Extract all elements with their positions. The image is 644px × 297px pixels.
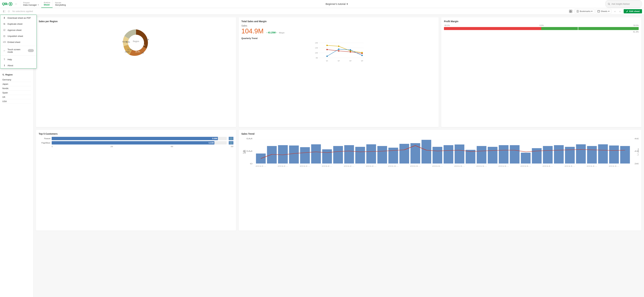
analyze-nav[interactable]: Analyze Sheet xyxy=(41,0,52,8)
svg-text:2012...: 2012... xyxy=(322,165,332,167)
pagewave-mini-chart xyxy=(229,141,234,144)
edit-sheet-button[interactable]: Edit sheet xyxy=(624,9,642,13)
svg-text:11.3%: 11.3% xyxy=(127,49,132,51)
svg-point-45 xyxy=(361,52,362,53)
sheets-button[interactable]: Sheets ▾ xyxy=(596,9,611,14)
svg-rect-5 xyxy=(4,10,6,12)
unpublish-icon: ⊡ xyxy=(3,35,6,37)
bookmark-icon xyxy=(576,10,579,13)
sheets-icon xyxy=(598,10,600,13)
region-uk[interactable]: UK xyxy=(2,95,31,99)
region-spain[interactable]: Spain xyxy=(2,91,31,95)
approve-sheet-label: Approve sheet xyxy=(8,29,22,31)
qlik-logo: Qlik xyxy=(2,2,8,6)
next-sheet-button[interactable]: › xyxy=(618,9,622,14)
region-title: Region xyxy=(2,73,31,76)
toolbar-left: No selections applied xyxy=(2,9,33,14)
donut-chart: Region USA UK Japan Nordic 45.5% 26.9% 1… xyxy=(39,24,234,61)
touch-toggle[interactable] xyxy=(28,49,34,53)
prev-sheet-button[interactable]: ‹ xyxy=(613,9,617,14)
paracel-fill: 5.69M xyxy=(52,137,218,140)
bookmarks-button[interactable]: Bookmarks ▾ xyxy=(575,9,594,14)
more-button[interactable]: ··· xyxy=(13,3,19,6)
touch-icon: ☞ xyxy=(3,49,6,52)
svg-point-49 xyxy=(361,55,362,56)
sales-trend-svg: 5M 2.5M 0 46 41 36 xyxy=(242,137,639,167)
embed-sheet-item[interactable]: </> Embed sheet xyxy=(0,39,36,45)
content-area: Sales per Region Region xyxy=(33,15,644,297)
duplicate-sheet-item[interactable]: ⧉ Duplicate sheet xyxy=(0,21,36,27)
prepare-nav[interactable]: Prepare Data manager ▾ xyxy=(21,0,41,8)
svg-line-3 xyxy=(610,4,610,5)
bar-axis: 0 2M 4M 6M xyxy=(39,145,234,147)
donut-svg: Region USA UK Japan Nordic 45.5% 26.9% 1… xyxy=(119,26,153,59)
toolbar-right: Bookmarks ▾ Sheets ▾ ‹ › Edit sheet xyxy=(568,9,642,14)
embed-sheet-label: Embed sheet xyxy=(8,41,20,43)
sidebar-toggle[interactable] xyxy=(2,9,7,14)
paracel-label: Paracel xyxy=(39,137,50,139)
svg-text:Margin (%): Margin (%) xyxy=(637,148,639,156)
region-usa[interactable]: USA xyxy=(2,99,31,104)
analyze-label: Analyze xyxy=(44,2,50,4)
touch-toggle-switch[interactable] xyxy=(28,49,34,52)
sales-per-region-panel: Sales per Region Region xyxy=(36,17,236,127)
grid-view-button[interactable] xyxy=(568,9,573,14)
svg-rect-70 xyxy=(377,146,387,164)
svg-text:36: 36 xyxy=(634,163,639,165)
approve-sheet-item[interactable]: ☑ Approve sheet xyxy=(0,27,36,33)
help-item[interactable]: ? Help xyxy=(0,56,36,62)
pagewave-track: 5.63M xyxy=(52,141,227,144)
pagewave-label: PageWave xyxy=(39,142,50,144)
svg-text:45.5%: 45.5% xyxy=(140,44,145,46)
svg-rect-74 xyxy=(422,140,431,164)
unpublish-sheet-item[interactable]: ⊡ Unpublish sheet xyxy=(0,33,36,39)
region-germany[interactable]: Germany xyxy=(2,78,31,82)
bar-chart: Paracel 5.69M PageWave xyxy=(39,137,234,147)
top5-title: Top 5 Customers xyxy=(39,132,234,135)
svg-text:2014...: 2014... xyxy=(586,165,597,167)
app-title[interactable]: Beginner's tutorial ▾ xyxy=(326,3,348,6)
storytelling-label: Storytelling xyxy=(55,4,66,6)
svg-rect-76 xyxy=(444,145,453,164)
profit-bar-container: -50.0% 0.0% 50.0% 41.3% xyxy=(444,24,639,33)
svg-rect-78 xyxy=(466,150,475,164)
svg-point-43 xyxy=(338,46,339,47)
download-pdf-item[interactable]: ⬇ Download sheet as PDF xyxy=(0,15,36,21)
top5-customers-panel: Top 5 Customers Paracel 5.69M xyxy=(36,130,236,231)
svg-rect-73 xyxy=(410,143,420,164)
svg-point-1 xyxy=(10,3,11,5)
svg-rect-64 xyxy=(311,144,321,164)
svg-rect-79 xyxy=(476,146,486,164)
svg-text:5M: 5M xyxy=(246,138,252,140)
svg-text:USA: USA xyxy=(145,39,149,41)
svg-text:2013...: 2013... xyxy=(520,165,531,167)
profit-margin-title: Profit Margin xyxy=(444,20,639,23)
svg-text:2013...: 2013... xyxy=(388,165,398,167)
svg-rect-4 xyxy=(3,10,4,12)
paracel-value: 5.69M xyxy=(212,137,218,139)
svg-text:Region: Region xyxy=(133,40,139,43)
about-item[interactable]: ℹ About xyxy=(0,62,36,68)
app-title-arrow: ▾ xyxy=(346,3,348,6)
svg-rect-9 xyxy=(571,10,572,11)
svg-rect-60 xyxy=(267,146,276,164)
svg-text:0: 0 xyxy=(250,163,252,165)
sales-trend-title: Sales Trend xyxy=(242,132,639,135)
touch-screen-item[interactable]: ☞ Touch screen mode xyxy=(0,47,36,55)
edit-sheet-label: Edit sheet xyxy=(629,10,640,13)
search-bar[interactable]: Ask Insight Advisor xyxy=(605,0,642,8)
download-icon: ⬇ xyxy=(3,17,6,19)
quarterly-trend-svg: 14M 12M 10M 8M Q1 Q2 Q3 Q4 xyxy=(242,41,436,63)
svg-rect-80 xyxy=(488,147,497,164)
svg-rect-91 xyxy=(609,145,619,164)
svg-rect-65 xyxy=(322,149,332,164)
narrate-nav[interactable]: Narrate Storytelling xyxy=(52,0,68,8)
paracel-mini-chart xyxy=(229,137,234,140)
region-japan[interactable]: Japan xyxy=(2,82,31,86)
data-manager-label: Data manager xyxy=(23,4,37,6)
svg-text:2012...: 2012... xyxy=(366,165,376,167)
region-nordic[interactable]: Nordic xyxy=(2,86,31,91)
search-region-icon xyxy=(2,74,4,76)
bar-row-paracel: Paracel 5.69M xyxy=(39,137,234,140)
svg-rect-75 xyxy=(432,147,442,164)
